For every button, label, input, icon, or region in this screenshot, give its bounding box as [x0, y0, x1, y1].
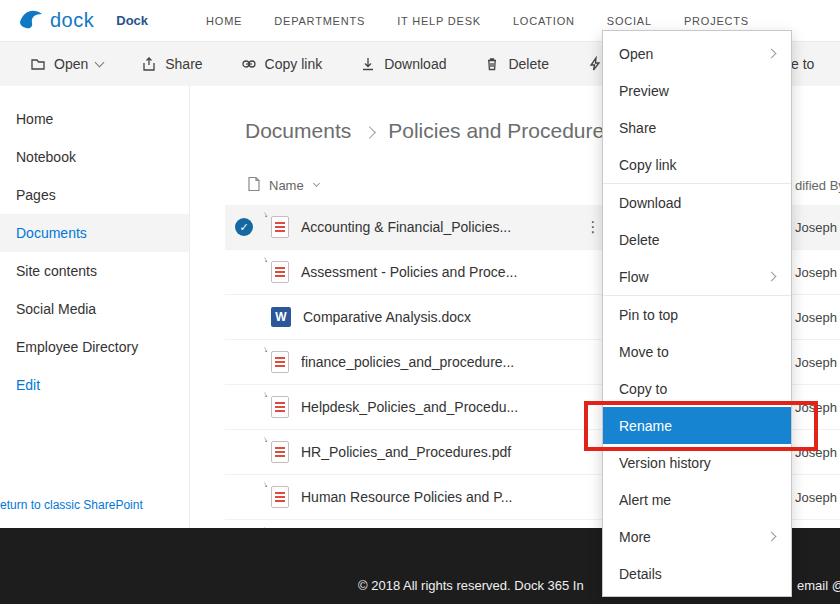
- chevron-down-icon: [95, 58, 105, 68]
- modified-by-value: Joseph: [795, 310, 837, 325]
- download-button[interactable]: Download: [360, 56, 446, 72]
- file-icon-wrap: ↓: [271, 351, 289, 373]
- breadcrumb: Documents Policies and Procedures: [245, 119, 615, 143]
- file-context-menu: Open Preview Share Copy link Download De…: [602, 30, 792, 597]
- delete-button[interactable]: Delete: [484, 56, 548, 72]
- file-name[interactable]: Assessment - Policies and Proce...: [301, 264, 517, 280]
- sort-chevron-icon: [313, 180, 320, 187]
- menu-item-details[interactable]: Details: [603, 555, 791, 592]
- nav-item-projects[interactable]: PROJECTS: [684, 15, 749, 27]
- row-checkbox[interactable]: [235, 398, 253, 416]
- sidebar-item-employee-directory[interactable]: Employee Directory: [0, 328, 189, 366]
- breadcrumb-current-folder[interactable]: Policies and Procedures: [388, 119, 614, 143]
- word-file-icon: W: [271, 307, 291, 327]
- shortcut-arrow-icon: ↓: [261, 344, 269, 355]
- menu-item-delete[interactable]: Delete: [603, 221, 791, 258]
- file-icon-wrap: ↓: [271, 441, 289, 463]
- move-to-button-truncated[interactable]: e to: [791, 42, 814, 86]
- pdf-file-icon: [271, 351, 289, 373]
- modified-by-value: Joseph: [795, 265, 837, 280]
- breadcrumb-documents[interactable]: Documents: [245, 119, 351, 143]
- sidebar-item-social-media[interactable]: Social Media: [0, 290, 189, 328]
- flow-icon: [587, 56, 603, 72]
- file-type-column-icon: [247, 176, 261, 195]
- nav-item-home[interactable]: HOME: [206, 15, 242, 27]
- sidebar-item-documents[interactable]: Documents: [0, 214, 189, 252]
- menu-item-version-history[interactable]: Version history: [603, 444, 791, 481]
- share-button[interactable]: Share: [141, 56, 202, 72]
- row-checkbox[interactable]: [235, 308, 253, 326]
- shortcut-arrow-icon: ↓: [261, 479, 269, 490]
- menu-item-move-to[interactable]: Move to: [603, 333, 791, 370]
- modified-by-value: Joseph: [795, 400, 837, 415]
- modified-by-value: Joseph: [795, 220, 837, 235]
- breadcrumb-separator-icon: [363, 126, 376, 139]
- left-sidebar: Home Notebook Pages Documents Site conte…: [0, 86, 190, 528]
- menu-item-preview[interactable]: Preview: [603, 72, 791, 109]
- file-icon-wrap: ↓: [271, 216, 289, 238]
- file-icon-wrap: ↓: [271, 396, 289, 418]
- submenu-chevron-icon: [767, 272, 777, 282]
- file-icon-wrap: ↓: [271, 261, 289, 283]
- menu-item-flow[interactable]: Flow: [603, 258, 791, 295]
- menu-item-copy-link[interactable]: Copy link: [603, 146, 791, 183]
- menu-item-open[interactable]: Open: [603, 35, 791, 72]
- pdf-file-icon: [271, 396, 289, 418]
- pdf-file-icon: [271, 441, 289, 463]
- open-icon: [30, 56, 46, 72]
- menu-item-more[interactable]: More: [603, 518, 791, 555]
- row-checkbox[interactable]: [235, 353, 253, 371]
- file-name[interactable]: Accounting & Financial_Policies...: [301, 219, 511, 235]
- check-icon: ✓: [235, 218, 253, 236]
- dock-logo[interactable]: dock Dock: [0, 7, 148, 35]
- sidebar-item-home[interactable]: Home: [0, 100, 189, 138]
- menu-item-pin-to-top[interactable]: Pin to top: [603, 296, 791, 333]
- menu-item-download[interactable]: Download: [603, 184, 791, 221]
- copy-link-icon: [241, 56, 257, 72]
- copy-link-button[interactable]: Copy link: [241, 56, 323, 72]
- sidebar-item-edit[interactable]: Edit: [0, 366, 189, 404]
- sidebar-item-pages[interactable]: Pages: [0, 176, 189, 214]
- pdf-file-icon: [271, 261, 289, 283]
- submenu-chevron-icon: [767, 532, 777, 542]
- row-checkbox[interactable]: ✓: [235, 218, 253, 236]
- modified-by-column-header[interactable]: dified By: [795, 178, 840, 193]
- menu-item-rename[interactable]: Rename: [603, 407, 791, 444]
- file-name[interactable]: HR_Policies_and_Procedures.pdf: [301, 444, 511, 460]
- row-checkbox[interactable]: [235, 263, 253, 281]
- nav-item-location[interactable]: LOCATION: [513, 15, 575, 27]
- file-name[interactable]: Human Resource Policies and P...: [301, 489, 512, 505]
- file-icon-wrap: ↓: [271, 486, 289, 508]
- name-column-header[interactable]: Name: [269, 178, 304, 193]
- menu-item-share[interactable]: Share: [603, 109, 791, 146]
- open-button[interactable]: Open: [30, 56, 103, 72]
- row-checkbox[interactable]: [235, 443, 253, 461]
- sidebar-item-notebook[interactable]: Notebook: [0, 138, 189, 176]
- modified-by-value: Joseph: [795, 445, 837, 460]
- top-nav-items: HOME DEPARTMENTS IT HELP DESK LOCATION S…: [206, 15, 749, 27]
- return-to-classic-link[interactable]: eturn to classic SharePoint: [0, 498, 143, 512]
- download-icon: [360, 56, 376, 72]
- logo-text: dock: [50, 9, 94, 32]
- shortcut-arrow-icon: ↓: [261, 209, 269, 220]
- share-icon: [141, 56, 157, 72]
- row-checkbox[interactable]: [235, 488, 253, 506]
- shortcut-arrow-icon: ↓: [261, 434, 269, 445]
- menu-item-alert-me[interactable]: Alert me: [603, 481, 791, 518]
- pdf-file-icon: [271, 486, 289, 508]
- shortcut-arrow-icon: ↓: [261, 389, 269, 400]
- file-name[interactable]: Comparative Analysis.docx: [303, 309, 471, 325]
- modified-by-value: Joseph: [795, 490, 837, 505]
- submenu-chevron-icon: [767, 49, 777, 59]
- delete-icon: [484, 56, 500, 72]
- nav-item-social[interactable]: SOCIAL: [607, 15, 652, 27]
- nav-item-it-help-desk[interactable]: IT HELP DESK: [397, 15, 481, 27]
- nav-item-departments[interactable]: DEPARTMENTS: [274, 15, 365, 27]
- portal-name: Dock: [116, 13, 148, 28]
- file-name[interactable]: finance_policies_and_procedure...: [301, 354, 514, 370]
- file-name[interactable]: Helpdesk_Policies_and_Procedu...: [301, 399, 518, 415]
- modified-by-value: Joseph: [795, 355, 837, 370]
- menu-item-copy-to[interactable]: Copy to: [603, 370, 791, 407]
- more-options-icon[interactable]: ⋮: [585, 218, 601, 236]
- sidebar-item-site-contents[interactable]: Site contents: [0, 252, 189, 290]
